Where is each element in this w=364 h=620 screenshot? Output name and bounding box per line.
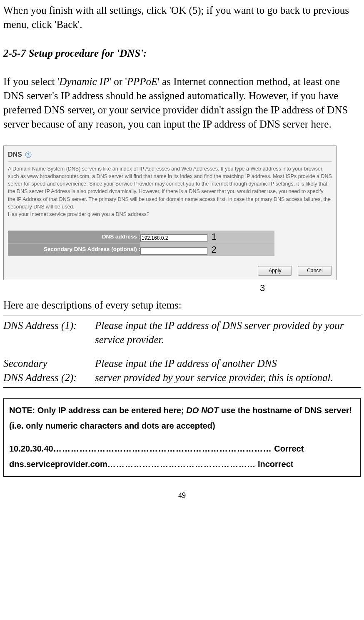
example-correct: 10.20.30.40………………………………………………………………… Cor… <box>9 441 355 457</box>
desc-2-text-line1: Please input the IP address of another D… <box>95 358 277 369</box>
dns-address-input[interactable] <box>140 234 207 242</box>
dns-description-text: A Domain Name System (DNS) server is lik… <box>8 165 332 218</box>
dns-screenshot-panel: DNS ? A Domain Name System (DNS) server … <box>3 146 337 280</box>
note-pre: NOTE: Only IP address can be entered her… <box>9 406 186 415</box>
desc-2-label-line2: DNS Address (2): <box>3 372 77 383</box>
desc-2-label: Secondary DNS Address (2): <box>3 354 95 387</box>
note-line-1: NOTE: Only IP address can be entered her… <box>9 403 355 434</box>
intro-paragraph: When you finish with all settings, click… <box>3 3 361 32</box>
secondary-dns-input[interactable] <box>140 247 207 255</box>
example-incorrect: dns.serviceprovider.com………………………………………….… <box>9 457 355 472</box>
ex1-dots: ………………………………………………………………… <box>53 444 272 453</box>
dns-address-row: DNS address : 1 <box>8 231 274 243</box>
divider <box>8 161 332 162</box>
secondary-dns-label: Secondary DNS Address (optional) : <box>8 243 140 256</box>
annotation-3: 3 <box>3 282 361 294</box>
note-box: NOTE: Only IP address can be entered her… <box>3 398 361 477</box>
ex2-dots: …………………………………………... <box>107 459 256 469</box>
svg-text:?: ? <box>27 152 30 157</box>
ex2-result: Incorrect <box>255 459 293 469</box>
page-number: 49 <box>3 490 361 500</box>
note-donot: DO NOT <box>186 406 219 415</box>
text: ' or ' <box>109 76 127 87</box>
desc-2-label-line1: Secondary <box>3 358 47 369</box>
text: If you select ' <box>3 76 59 87</box>
pppoe-term: PPPoE <box>127 76 158 87</box>
dns-panel-title-row: DNS ? <box>8 150 332 160</box>
desc-1-text: Please input the IP address of DNS serve… <box>95 316 361 349</box>
spacer <box>9 434 355 441</box>
annotation-1: 1 <box>212 231 217 243</box>
button-row: Apply Cancel <box>8 266 332 275</box>
desc-row-1: DNS Address (1): Please input the IP add… <box>3 316 361 349</box>
descriptions-table: DNS Address (1): Please input the IP add… <box>3 316 361 388</box>
dns-address-label: DNS address : <box>8 231 140 243</box>
annotation-2: 2 <box>212 243 217 256</box>
descriptions-intro: Here are descriptions of every setup ite… <box>3 298 361 312</box>
ex2-value: dns.serviceprovider.com <box>9 459 107 469</box>
desc-2-text: Please input the IP address of another D… <box>95 354 361 387</box>
secondary-dns-input-cell: 2 <box>140 243 274 256</box>
desc-2-text-line2: server provided by your service provider… <box>95 372 333 383</box>
dns-panel-title: DNS <box>8 151 22 158</box>
ex1-result: Correct <box>272 444 304 453</box>
cancel-button[interactable]: Cancel <box>298 266 332 275</box>
dns-form-table: DNS address : 1 Secondary DNS Address (o… <box>8 231 274 256</box>
dns-address-input-cell: 1 <box>140 231 274 243</box>
section-heading: 2-5-7 Setup procedure for 'DNS': <box>3 46 361 60</box>
help-icon: ? <box>25 151 32 160</box>
dynamic-ip-term: Dynamic IP <box>59 76 109 87</box>
ex1-value: 10.20.30.40 <box>9 444 53 453</box>
desc-1-label: DNS Address (1): <box>3 316 95 349</box>
secondary-dns-row: Secondary DNS Address (optional) : 2 <box>8 243 274 256</box>
desc-row-2: Secondary DNS Address (2): Please input … <box>3 354 361 387</box>
explanation-paragraph: If you select 'Dynamic IP' or 'PPPoE' as… <box>3 75 361 131</box>
apply-button[interactable]: Apply <box>258 266 292 275</box>
